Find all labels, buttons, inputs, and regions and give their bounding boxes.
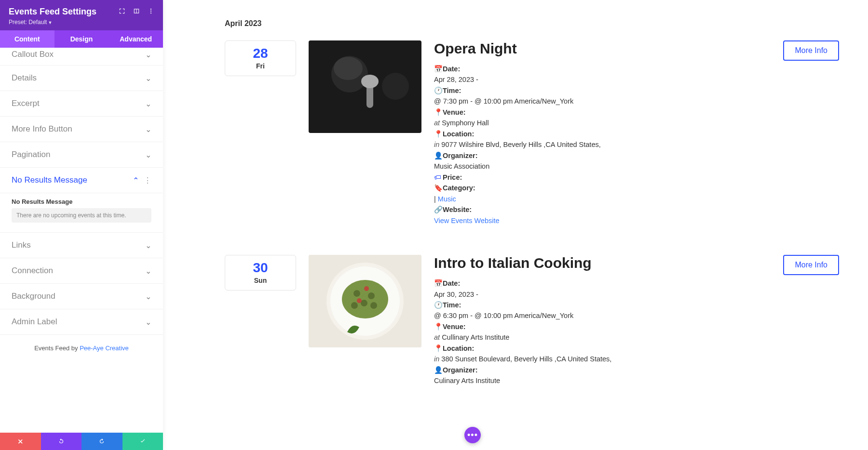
tab-design[interactable]: Design bbox=[54, 30, 109, 48]
month-header: April 2023 bbox=[225, 19, 839, 28]
chevron-down-icon: ⌄ bbox=[145, 318, 151, 327]
location-value: 380 Sunset Boulevard, Beverly Hills ,CA … bbox=[441, 355, 611, 363]
panel-icon[interactable] bbox=[133, 8, 140, 16]
organizer-value: Culinary Arts Institute bbox=[434, 375, 771, 386]
person-icon: 👤 bbox=[434, 150, 441, 161]
pin-icon: 📍 bbox=[434, 343, 441, 354]
section-background[interactable]: Background ⌄ bbox=[0, 284, 163, 309]
sidebar-header: Events Feed Settings Preset: Default▼ bbox=[0, 0, 163, 30]
section-excerpt[interactable]: Excerpt ⌄ bbox=[0, 91, 163, 117]
fab-button[interactable]: ••• bbox=[464, 427, 481, 443]
save-button[interactable] bbox=[122, 433, 163, 450]
section-no-results[interactable]: No Results Message ⌃ ⋮ bbox=[0, 168, 163, 193]
section-more-info-button[interactable]: More Info Button ⌄ bbox=[0, 117, 163, 142]
more-info-button[interactable]: More Info bbox=[783, 255, 839, 275]
location-label: Location: bbox=[443, 130, 474, 138]
website-label: Website: bbox=[443, 206, 472, 213]
no-results-body: No Results Message bbox=[0, 193, 163, 233]
person-icon: 👤 bbox=[434, 365, 441, 375]
at-prefix: at bbox=[434, 333, 440, 341]
tab-advanced[interactable]: Advanced bbox=[108, 30, 163, 48]
section-label: Background bbox=[12, 291, 55, 301]
chevron-down-icon: ⌄ bbox=[145, 292, 151, 301]
more-info-button[interactable]: More Info bbox=[783, 40, 839, 61]
event-details: Intro to Italian Cooking 📅Date: Apr 30, … bbox=[434, 255, 771, 386]
date-label: Date: bbox=[443, 279, 460, 287]
no-results-input[interactable] bbox=[12, 208, 151, 223]
time-label: Time: bbox=[443, 301, 461, 309]
venue-label: Venue: bbox=[443, 108, 466, 116]
svg-point-5 bbox=[334, 57, 363, 80]
tab-content[interactable]: Content bbox=[0, 30, 54, 48]
section-label: Details bbox=[12, 73, 37, 83]
clock-icon: 🕐 bbox=[434, 85, 441, 96]
time-value: @ 6:30 pm - @ 10:00 pm America/New_York bbox=[434, 310, 771, 321]
undo-button[interactable] bbox=[41, 433, 82, 450]
no-results-field-label: No Results Message bbox=[12, 198, 151, 205]
section-label: Excerpt bbox=[12, 99, 40, 108]
expand-icon[interactable] bbox=[119, 8, 125, 16]
section-callout-box[interactable]: Callout Box ⌄ bbox=[0, 48, 163, 66]
redo-button[interactable] bbox=[81, 433, 122, 450]
organizer-label: Organizer: bbox=[443, 366, 478, 374]
clock-icon: 🕐 bbox=[434, 300, 441, 310]
calendar-icon: 📅 bbox=[434, 278, 441, 289]
more-icon[interactable] bbox=[148, 8, 154, 16]
section-admin-label[interactable]: Admin Label ⌄ bbox=[0, 309, 163, 335]
preset-selector[interactable]: Preset: Default▼ bbox=[9, 19, 154, 26]
in-prefix: in bbox=[434, 355, 439, 363]
venue-label: Venue: bbox=[443, 323, 466, 331]
category-link[interactable]: Music bbox=[438, 195, 456, 203]
event-image bbox=[309, 40, 421, 133]
svg-point-8 bbox=[382, 73, 409, 100]
preview-area: April 2023 28 Fri Opera Night 📅Date: Apr… bbox=[163, 0, 868, 450]
svg-point-17 bbox=[370, 302, 377, 309]
section-details[interactable]: Details ⌄ bbox=[0, 66, 163, 91]
svg-point-19 bbox=[357, 298, 362, 303]
date-label: Date: bbox=[443, 65, 460, 73]
svg-point-16 bbox=[351, 302, 358, 309]
at-prefix: at bbox=[434, 119, 440, 127]
location-label: Location: bbox=[443, 344, 474, 352]
section-more-icon[interactable]: ⋮ bbox=[144, 176, 151, 185]
event-title[interactable]: Opera Night bbox=[434, 40, 771, 57]
section-label: Pagination bbox=[12, 150, 50, 159]
event-row: 28 Fri Opera Night 📅Date: Apr 28, 2023 -… bbox=[225, 40, 839, 226]
section-connection[interactable]: Connection ⌄ bbox=[0, 258, 163, 284]
website-link[interactable]: View Events Website bbox=[434, 217, 500, 225]
event-title[interactable]: Intro to Italian Cooking bbox=[434, 255, 771, 271]
preset-prefix: Preset: bbox=[9, 19, 28, 26]
event-row: 30 Sun Intro to Italian Cooking 📅Date: A… bbox=[225, 255, 839, 386]
pin-icon: 📍 bbox=[434, 321, 441, 332]
date-value: Apr 30, 2023 - bbox=[434, 289, 771, 300]
date-number: 30 bbox=[225, 260, 296, 276]
caret-down-icon: ▼ bbox=[48, 20, 52, 25]
action-bar bbox=[0, 433, 163, 450]
footer-link[interactable]: Pee-Aye Creative bbox=[80, 344, 129, 352]
svg-point-7 bbox=[361, 75, 379, 88]
section-label: Callout Box bbox=[12, 50, 54, 59]
date-card: 30 Sun bbox=[225, 255, 296, 291]
section-links[interactable]: Links ⌄ bbox=[0, 233, 163, 258]
chevron-down-icon: ⌄ bbox=[145, 125, 151, 134]
chevron-up-icon: ⌃ bbox=[133, 176, 139, 185]
svg-point-1 bbox=[150, 11, 151, 12]
section-label: Admin Label bbox=[12, 317, 57, 327]
section-label: Links bbox=[12, 240, 31, 250]
section-label: Connection bbox=[12, 266, 53, 276]
section-label: More Info Button bbox=[12, 124, 72, 134]
svg-point-18 bbox=[364, 286, 369, 291]
footer-credit: Events Feed by Pee-Aye Creative bbox=[0, 335, 163, 366]
section-pagination[interactable]: Pagination ⌄ bbox=[0, 142, 163, 168]
date-day: Fri bbox=[225, 62, 296, 70]
cancel-button[interactable] bbox=[0, 433, 41, 450]
link-icon: 🔗 bbox=[434, 204, 441, 215]
chevron-down-icon: ⌄ bbox=[145, 266, 151, 276]
settings-sidebar: Events Feed Settings Preset: Default▼ Co… bbox=[0, 0, 163, 450]
preset-value: Default bbox=[28, 19, 47, 26]
date-day: Sun bbox=[225, 277, 296, 284]
pin-icon: 📍 bbox=[434, 129, 441, 139]
date-value: Apr 28, 2023 - bbox=[434, 74, 771, 85]
in-prefix: in bbox=[434, 141, 439, 148]
chevron-down-icon: ⌄ bbox=[145, 150, 151, 159]
